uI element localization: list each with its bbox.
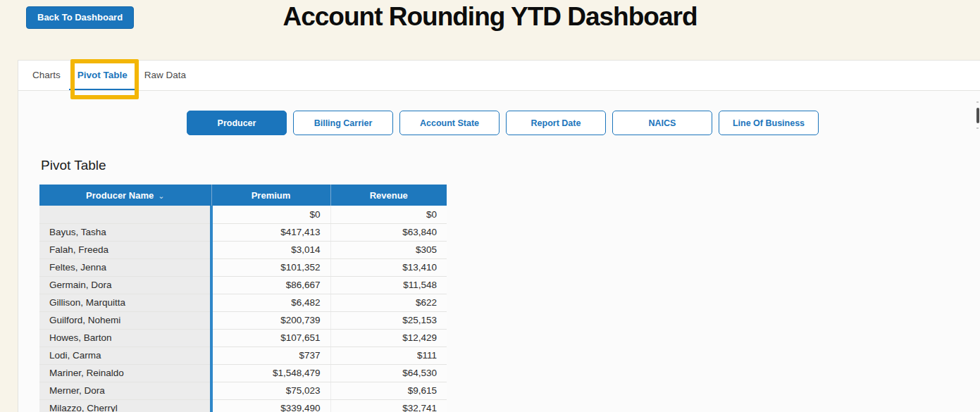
table-row: Merner, Dora$75,023$9,615 xyxy=(39,382,447,399)
tab-pivot-table[interactable]: Pivot Table xyxy=(69,61,136,90)
cell-producer-name: Howes, Barton xyxy=(39,329,211,347)
tab-charts[interactable]: Charts xyxy=(24,61,69,90)
cell-revenue: $32,741 xyxy=(330,399,447,412)
table-row: Bayus, Tasha$417,413$63,840 xyxy=(39,223,447,241)
cell-premium: $86,667 xyxy=(211,276,330,294)
cell-producer-name: Bayus, Tasha xyxy=(39,223,211,241)
pivot-table-body: $0$0Bayus, Tasha$417,413$63,840Falah, Fr… xyxy=(39,206,447,412)
cell-revenue: $25,153 xyxy=(330,311,447,329)
scrollbar-mark xyxy=(976,127,979,129)
table-row: Falah, Freeda$3,014$305 xyxy=(39,241,447,258)
cell-revenue: $305 xyxy=(330,241,447,258)
table-row: Mariner, Reinaldo$1,548,479$64,530 xyxy=(39,364,447,382)
cell-premium: $339,490 xyxy=(211,399,330,412)
table-row: Lodi, Carma$737$111 xyxy=(39,347,447,364)
cell-producer-name: Lodi, Carma xyxy=(39,347,211,364)
cell-premium: $3,014 xyxy=(211,241,330,258)
page-title: Account Rounding YTD Dashboard xyxy=(0,0,980,34)
cell-producer-name: Gillison, Marquitta xyxy=(39,294,211,311)
filter-button-naics[interactable]: NAICS xyxy=(612,111,712,135)
cell-revenue: $11,548 xyxy=(330,276,447,294)
cell-revenue: $12,429 xyxy=(330,329,447,347)
pivot-table: Producer Name⌄ Premium Revenue $0$0Bayus… xyxy=(39,185,447,412)
cell-producer-name xyxy=(39,206,211,223)
filter-button-row: ProducerBilling CarrierAccount StateRepo… xyxy=(187,111,819,135)
cell-premium: $0 xyxy=(211,206,330,223)
table-row: Gillison, Marquitta$6,482$622 xyxy=(39,294,447,311)
column-header-revenue[interactable]: Revenue xyxy=(330,185,447,206)
table-row: Germain, Dora$86,667$11,548 xyxy=(39,276,447,294)
pivot-header-row: Producer Name⌄ Premium Revenue xyxy=(39,185,447,206)
filter-button-producer[interactable]: Producer xyxy=(187,111,287,135)
table-row: Howes, Barton$107,651$12,429 xyxy=(39,329,447,347)
filter-button-line-of-business[interactable]: Line Of Business xyxy=(719,111,819,135)
content-panel: ChartsPivot TableRaw Data ProducerBillin… xyxy=(18,60,980,412)
column-header-premium[interactable]: Premium xyxy=(211,185,330,206)
pivot-section-title: Pivot Table xyxy=(41,158,106,173)
cell-producer-name: Merner, Dora xyxy=(39,382,211,399)
cell-premium: $1,548,479 xyxy=(211,364,330,382)
cell-premium: $75,023 xyxy=(211,382,330,399)
cell-revenue: $13,410 xyxy=(330,258,447,276)
table-row: $0$0 xyxy=(39,206,447,223)
scrollbar-mark xyxy=(976,101,979,103)
filter-button-billing-carrier[interactable]: Billing Carrier xyxy=(293,111,393,135)
vertical-scrollbar-thumb[interactable] xyxy=(976,108,979,123)
cell-revenue: $622 xyxy=(330,294,447,311)
cell-premium: $107,651 xyxy=(211,329,330,347)
cell-producer-name: Falah, Freeda xyxy=(39,241,211,258)
cell-producer-name: Guilford, Nohemi xyxy=(39,311,211,329)
cell-producer-name: Mariner, Reinaldo xyxy=(39,364,211,382)
table-row: Feltes, Jenna$101,352$13,410 xyxy=(39,258,447,276)
cell-revenue: $63,840 xyxy=(330,223,447,241)
cell-revenue: $64,530 xyxy=(330,364,447,382)
cell-premium: $101,352 xyxy=(211,258,330,276)
tab-raw-data[interactable]: Raw Data xyxy=(136,61,194,90)
column-header-label: Producer Name xyxy=(86,190,154,201)
cell-premium: $417,413 xyxy=(211,223,330,241)
cell-producer-name: Germain, Dora xyxy=(39,276,211,294)
cell-revenue: $9,615 xyxy=(330,382,447,399)
filter-button-account-state[interactable]: Account State xyxy=(399,111,500,135)
column-header-producer-name[interactable]: Producer Name⌄ xyxy=(39,185,211,206)
cell-revenue: $111 xyxy=(330,347,447,364)
table-row: Milazzo, Cherryl$339,490$32,741 xyxy=(39,399,447,412)
tab-bar: ChartsPivot TableRaw Data xyxy=(18,61,980,91)
cell-revenue: $0 xyxy=(330,206,447,223)
table-row: Guilford, Nohemi$200,739$25,153 xyxy=(39,311,447,329)
cell-producer-name: Feltes, Jenna xyxy=(39,258,211,276)
cell-producer-name: Milazzo, Cherryl xyxy=(39,399,211,412)
cell-premium: $200,739 xyxy=(211,311,330,329)
cell-premium: $737 xyxy=(211,347,330,364)
filter-button-report-date[interactable]: Report Date xyxy=(506,111,606,135)
chevron-down-icon: ⌄ xyxy=(158,192,164,200)
cell-premium: $6,482 xyxy=(211,294,330,311)
